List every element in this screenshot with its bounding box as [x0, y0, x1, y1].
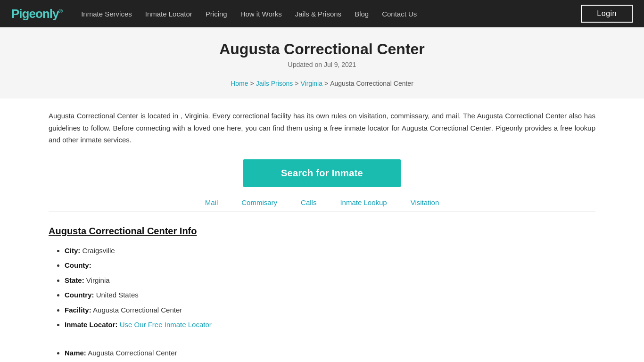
field-label-facility: Facility: — [65, 306, 91, 314]
field-label-county: County: — [65, 261, 91, 269]
nav-links: Inmate Services Inmate Locator Pricing H… — [81, 10, 581, 18]
info-section-2: Name: Augusta Correctional Center Addres… — [49, 346, 595, 362]
info-section: Augusta Correctional Center Info City: C… — [49, 226, 595, 332]
breadcrumb-sep2: > — [295, 80, 298, 87]
navigation: Pigeonly® Inmate Services Inmate Locator… — [0, 0, 644, 27]
main-content: Augusta Correctional Center is located i… — [30, 99, 614, 362]
list-item: Name: Augusta Correctional Center — [65, 346, 595, 361]
breadcrumb: Home > Jails Prisons > Virginia > August… — [9, 75, 635, 90]
field-value-name: Augusta Correctional Center — [88, 349, 177, 357]
tab-inmate-lookup[interactable]: Inmate Lookup — [340, 198, 387, 206]
breadcrumb-virginia[interactable]: Virginia — [301, 80, 322, 87]
logo-text: Pigeonly — [11, 7, 58, 21]
list-item: City: Craigsville — [65, 243, 595, 258]
logo-registered: ® — [58, 8, 62, 15]
tab-calls[interactable]: Calls — [301, 198, 316, 206]
breadcrumb-sep1: > — [250, 80, 254, 87]
field-label-country: Country: — [65, 291, 94, 299]
search-inmate-button[interactable]: Search for Inmate — [243, 159, 401, 187]
list-item: State: Virginia — [65, 273, 595, 288]
breadcrumb-sep3: > — [324, 80, 328, 87]
page-updated: Updated on Jul 9, 2021 — [9, 61, 635, 68]
breadcrumb-home[interactable]: Home — [231, 80, 248, 87]
list-item: Inmate Locator: Use Our Free Inmate Loca… — [65, 317, 595, 332]
field-label-city: City: — [65, 247, 80, 255]
site-logo[interactable]: Pigeonly® — [11, 7, 62, 21]
nav-pricing[interactable]: Pricing — [206, 10, 227, 18]
breadcrumb-current: Augusta Correctional Center — [330, 80, 413, 87]
field-value-facility: Augusta Correctional Center — [93, 306, 182, 314]
info-list: City: Craigsville County: State: Virgini… — [49, 243, 595, 332]
description-text: Augusta Correctional Center is located i… — [49, 110, 595, 146]
nav-inmate-locator[interactable]: Inmate Locator — [145, 10, 192, 18]
nav-how-it-works[interactable]: How it Works — [240, 10, 282, 18]
search-button-wrapper: Search for Inmate — [49, 159, 595, 187]
list-item: Facility: Augusta Correctional Center — [65, 303, 595, 318]
field-value-state: Virginia — [86, 276, 110, 284]
content-tabs: Mail Commisary Calls Inmate Lookup Visit… — [49, 198, 595, 212]
field-value-city: Craigsville — [83, 247, 115, 255]
tab-mail[interactable]: Mail — [205, 198, 218, 206]
nav-contact-us[interactable]: Contact Us — [382, 10, 417, 18]
login-button[interactable]: Login — [581, 5, 633, 23]
list-item: County: — [65, 258, 595, 273]
field-label-name: Name: — [65, 349, 86, 357]
page-title: Augusta Correctional Center — [9, 41, 635, 58]
tab-visitation[interactable]: Visitation — [411, 198, 439, 206]
nav-jails-prisons[interactable]: Jails & Prisons — [295, 10, 341, 18]
field-label-state: State: — [65, 276, 84, 284]
list-item: Address: — [65, 360, 595, 362]
field-value-country: United States — [96, 291, 139, 299]
page-header: Augusta Correctional Center Updated on J… — [0, 27, 644, 99]
nav-blog[interactable]: Blog — [355, 10, 369, 18]
breadcrumb-jails[interactable]: Jails Prisons — [256, 80, 293, 87]
nav-inmate-services[interactable]: Inmate Services — [81, 10, 132, 18]
inmate-locator-link[interactable]: Use Our Free Inmate Locator — [120, 321, 212, 329]
tab-commisary[interactable]: Commisary — [241, 198, 277, 206]
list-item: Country: United States — [65, 288, 595, 303]
info-list-2: Name: Augusta Correctional Center Addres… — [49, 346, 595, 362]
info-section-title: Augusta Correctional Center Info — [49, 226, 595, 237]
field-label-inmate-locator: Inmate Locator: — [65, 321, 118, 329]
